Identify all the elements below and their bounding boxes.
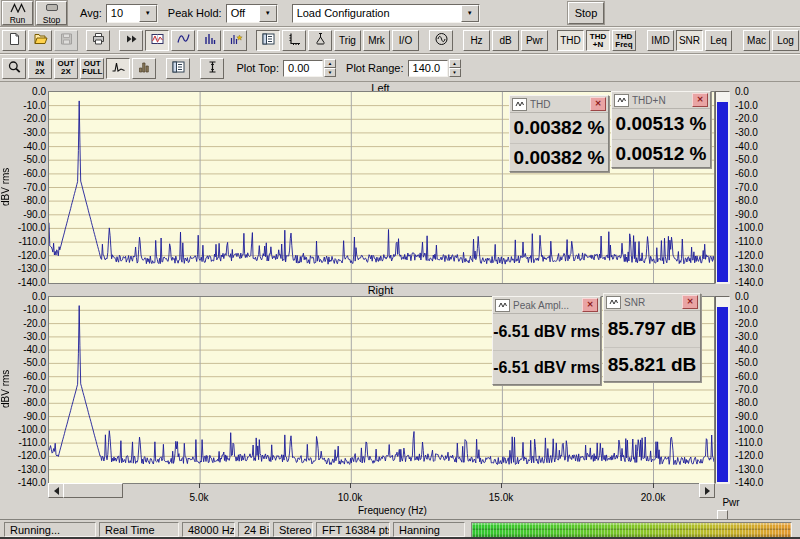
scrollbar-right-arrow[interactable] [699,483,715,498]
calibration-button[interactable] [308,30,332,51]
peak-ampl-panel-titlebar[interactable]: Peak Ampl... [493,297,600,314]
peak-hold-select[interactable]: Off [226,4,278,23]
peak-curve-icon [111,60,126,77]
db-button[interactable]: dB [492,30,519,51]
thd-value-left-channel: 0.00382 % [510,113,608,144]
print-button[interactable] [86,30,110,51]
plot-range-spinner [449,59,461,77]
spectrum-3d-button[interactable] [223,30,247,51]
imd-button[interactable]: IMD [647,30,674,51]
scrollbar-left-arrow[interactable] [48,483,64,498]
close-icon[interactable] [682,295,698,309]
configuration-select[interactable]: Load Configuration [292,4,480,23]
y-tick-label-right: -10.0 [735,100,779,111]
y-axis-label: dBV rms [0,152,14,222]
close-icon[interactable] [582,298,598,312]
plot-range-label: Plot Range: [346,62,403,74]
trigger-button[interactable]: Trig [334,30,361,51]
chevron-down-icon[interactable] [461,5,479,22]
snr-panel[interactable]: SNR85.797 dB85.821 dB [603,293,701,382]
signal-generator-button[interactable] [429,30,453,51]
y-tick-label: -100.0 [8,424,46,435]
spinner-down-icon[interactable] [449,68,461,77]
pwr-button[interactable]: Pwr [521,30,548,51]
sine-wave-icon [614,94,629,107]
stop-button[interactable]: Stop [36,1,67,25]
scrollbar-thumb[interactable] [63,483,123,498]
plot-range-input[interactable]: 140.0 [408,60,448,77]
roll-run-button[interactable] [119,30,143,51]
save-button[interactable] [54,30,78,51]
mac-button[interactable]: Mac [743,30,770,51]
plot-top-input[interactable]: 0.00 [283,60,323,77]
zoom-out-full-button[interactable]: OUTFULL [80,58,104,79]
signal-view-button[interactable] [171,30,195,51]
status-cell-2: 48000 Hz [182,522,235,537]
thd-panel[interactable]: THD0.00382 %0.00382 % [509,95,609,172]
spectrum-area: Left0.00.0-10.0-10.0-20.0-20.0-30.0-30.0… [0,82,800,519]
status-cell-0: Running... [4,522,96,537]
thd-n-panel-titlebar[interactable]: THD+N [612,92,710,109]
plot-top-spinner [324,59,336,77]
thd-n-panel[interactable]: THD+N0.00513 %0.00512 % [611,91,711,168]
run-button-label: Run [10,16,26,25]
save-floppy-icon [59,32,74,49]
snr-button[interactable]: SNR [676,30,703,51]
hz-button[interactable]: Hz [463,30,490,51]
panel-layout-2-button[interactable] [166,58,190,79]
new-button[interactable] [2,30,26,51]
log-button[interactable]: Log [772,30,799,51]
y-tick-label: -20.0 [8,318,46,329]
sine-wave-icon [10,1,26,16]
spinner-up-icon[interactable] [324,59,336,68]
chevron-down-icon[interactable] [139,5,157,22]
avg-select[interactable]: 10 [106,4,158,23]
avg-label: Avg: [80,7,102,19]
io-button[interactable]: I/O [392,30,419,51]
thd-panel-titlebar[interactable]: THD [510,96,608,113]
thd-n-panel-title: THD+N [632,95,692,106]
zoom-button[interactable] [2,58,26,79]
thd-n-value-left-channel: 0.00513 % [612,109,710,140]
y-tick-label-right: -120.0 [735,450,779,461]
zoom-in-2x-button[interactable]: IN2X [28,58,52,79]
peak-ampl-panel[interactable]: Peak Ampl...-6.51 dBV rms-6.51 dBV rms [492,296,601,385]
stop-action-button[interactable]: Stop [568,2,604,24]
panel-layout-button[interactable] [256,30,280,51]
cursor-reader-button[interactable] [200,58,224,79]
y-tick-label-right: -60.0 [735,168,779,179]
zoom-out-2x-button[interactable]: OUT2X [54,58,78,79]
snr-panel-body: 85.797 dB85.821 dB [604,311,700,383]
open-button[interactable] [28,30,52,51]
axes-setup-button[interactable] [282,30,306,51]
thd-freq-button[interactable]: THDFreq [612,30,636,51]
fast-forward-icon [124,32,139,49]
y-tick-label-right: -90.0 [735,411,779,422]
oscilloscope-button[interactable] [145,30,169,51]
chevron-down-icon[interactable] [259,5,277,22]
avg-select-value: 10 [107,5,139,22]
close-icon[interactable] [692,93,708,107]
y-tick-label-right: -40.0 [735,141,779,152]
snr-panel-titlebar[interactable]: SNR [604,294,700,311]
histogram-button[interactable] [132,58,156,79]
y-tick-label-right: -20.0 [735,318,779,329]
y-tick-label-right: -70.0 [735,182,779,193]
close-icon[interactable] [590,97,606,111]
thd-n-button[interactable]: THD+N [586,30,610,51]
sine-wave-icon [495,299,510,312]
spinner-up-icon[interactable] [449,59,461,68]
run-button[interactable]: Run [2,1,33,25]
marker-button-label: Mrk [368,35,385,46]
spectrum-star-icon [228,32,243,49]
marker-button[interactable]: Mrk [363,30,390,51]
panel-list-icon [261,32,276,49]
thd-button[interactable]: THD [557,30,584,51]
peak-display-button[interactable] [106,58,130,79]
sine-wave-icon [606,296,621,309]
spinner-down-icon[interactable] [324,68,336,77]
y-tick-label-right: -140.0 [735,477,779,488]
spectrum-analyzer-button[interactable] [197,30,221,51]
y-tick-label-right: -30.0 [735,127,779,138]
leq-button[interactable]: Leq [705,30,732,51]
